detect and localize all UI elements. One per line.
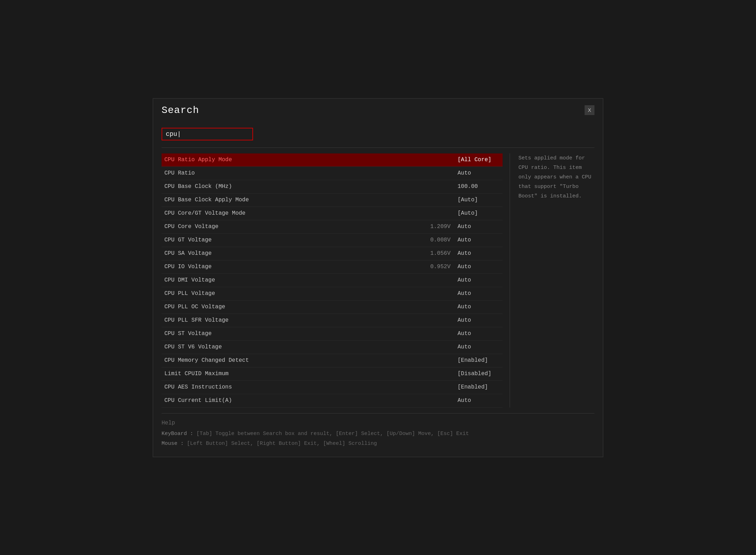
table-row[interactable]: CPU PLL OC VoltageAuto — [162, 301, 503, 314]
result-name: CPU ST V6 Voltage — [164, 344, 458, 350]
description-panel: Sets applied mode for CPU ratio. This it… — [510, 153, 594, 408]
content-area: CPU Ratio Apply Mode[All Core]CPU RatioA… — [153, 148, 603, 413]
table-row[interactable]: CPU Core Voltage1.209VAuto — [162, 220, 503, 234]
result-value: Auto — [458, 223, 500, 230]
result-value: Auto — [458, 344, 500, 350]
result-value: Auto — [458, 397, 500, 404]
table-row[interactable]: CPU ST VoltageAuto — [162, 327, 503, 341]
search-area — [153, 122, 603, 147]
result-name: CPU Memory Changed Detect — [164, 357, 458, 364]
table-row[interactable]: CPU PLL SFR VoltageAuto — [162, 314, 503, 327]
table-row[interactable]: CPU Base Clock (MHz)100.00 — [162, 180, 503, 194]
result-name: CPU GT Voltage — [164, 237, 429, 243]
result-voltage: 0.952V — [429, 264, 451, 270]
result-value: Auto — [458, 264, 500, 270]
result-name: CPU Ratio Apply Mode — [164, 157, 458, 163]
result-name: CPU ST Voltage — [164, 330, 458, 337]
result-value: [All Core] — [458, 157, 500, 163]
table-row[interactable]: CPU AES Instructions[Enabled] — [162, 381, 503, 394]
table-row[interactable]: Limit CPUID Maximum[Disabled] — [162, 367, 503, 381]
result-name: CPU Core Voltage — [164, 223, 429, 230]
table-row[interactable]: CPU DMI VoltageAuto — [162, 274, 503, 287]
table-row[interactable]: CPU ST V6 VoltageAuto — [162, 341, 503, 354]
result-value: Auto — [458, 277, 500, 283]
table-row[interactable]: CPU Ratio Apply Mode[All Core] — [162, 153, 503, 167]
table-row[interactable]: CPU Memory Changed Detect[Enabled] — [162, 354, 503, 367]
table-row[interactable]: CPU SA Voltage1.056VAuto — [162, 247, 503, 260]
close-button[interactable]: X — [585, 105, 594, 115]
result-name: CPU Base Clock Apply Mode — [164, 197, 458, 203]
description-text: Sets applied mode for CPU ratio. This it… — [518, 155, 591, 199]
dialog-title: Search — [162, 105, 199, 116]
mouse-text: [Left Button] Select, [Right Button] Exi… — [187, 441, 377, 447]
help-keyboard: KeyBoard : [Tab] Toggle between Search b… — [162, 429, 594, 439]
result-value: [Auto] — [458, 197, 500, 203]
table-row[interactable]: CPU Core/GT Voltage Mode[Auto] — [162, 207, 503, 220]
table-row[interactable]: CPU Current Limit(A)Auto — [162, 394, 503, 408]
result-name: CPU Core/GT Voltage Mode — [164, 210, 458, 216]
keyboard-label: KeyBoard : — [162, 431, 193, 437]
result-name: CPU Ratio — [164, 170, 458, 176]
keyboard-text: [Tab] Toggle between Search box and resu… — [196, 431, 469, 437]
result-voltage: 0.008V — [429, 237, 451, 243]
dialog-header: Search X — [153, 99, 603, 122]
result-value: Auto — [458, 237, 500, 243]
result-name: CPU DMI Voltage — [164, 277, 458, 283]
mouse-label: Mouse : — [162, 441, 184, 447]
result-value: [Enabled] — [458, 357, 500, 364]
result-name: CPU Current Limit(A) — [164, 397, 458, 404]
results-panel: CPU Ratio Apply Mode[All Core]CPU RatioA… — [162, 153, 510, 408]
result-value: Auto — [458, 304, 500, 310]
result-value: [Disabled] — [458, 371, 500, 377]
table-row[interactable]: CPU IO Voltage0.952VAuto — [162, 260, 503, 274]
help-label: Help — [162, 420, 594, 426]
result-value: [Enabled] — [458, 384, 500, 390]
result-voltage: 1.056V — [429, 250, 451, 257]
result-name: CPU SA Voltage — [164, 250, 429, 257]
result-value: [Auto] — [458, 210, 500, 216]
result-value: Auto — [458, 317, 500, 323]
result-value: 100.00 — [458, 183, 500, 190]
result-name: CPU Base Clock (MHz) — [164, 183, 458, 190]
result-name: CPU PLL Voltage — [164, 290, 458, 297]
help-section: Help KeyBoard : [Tab] Toggle between Sea… — [153, 414, 603, 457]
result-value: Auto — [458, 250, 500, 257]
table-row[interactable]: CPU PLL VoltageAuto — [162, 287, 503, 301]
result-name: CPU PLL SFR Voltage — [164, 317, 458, 323]
result-value: Auto — [458, 290, 500, 297]
result-name: CPU IO Voltage — [164, 264, 429, 270]
result-voltage: 1.209V — [429, 223, 451, 230]
search-input[interactable] — [162, 128, 253, 140]
table-row[interactable]: CPU Base Clock Apply Mode[Auto] — [162, 194, 503, 207]
search-dialog: Search X CPU Ratio Apply Mode[All Core]C… — [153, 98, 603, 457]
result-name: CPU AES Instructions — [164, 384, 458, 390]
table-row[interactable]: CPU GT Voltage0.008VAuto — [162, 234, 503, 247]
help-mouse: Mouse : [Left Button] Select, [Right But… — [162, 439, 594, 449]
result-value: Auto — [458, 330, 500, 337]
result-name: Limit CPUID Maximum — [164, 371, 458, 377]
table-row[interactable]: CPU RatioAuto — [162, 167, 503, 180]
result-value: Auto — [458, 170, 500, 176]
result-name: CPU PLL OC Voltage — [164, 304, 458, 310]
